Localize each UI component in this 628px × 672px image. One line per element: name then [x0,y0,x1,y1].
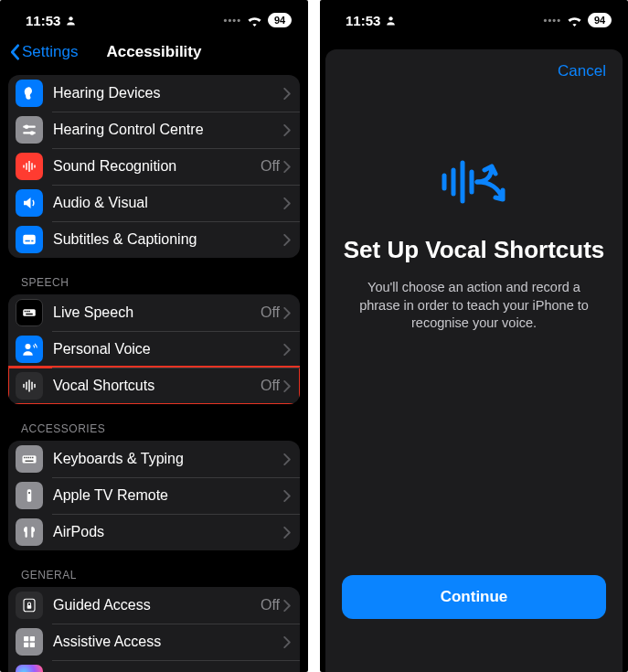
svg-rect-24 [23,455,37,463]
svg-rect-37 [24,643,28,647]
modal-title: Set Up Vocal Shortcuts [344,236,605,264]
row-subtitles[interactable]: Subtitles & Captioning [8,221,300,258]
sound-icon [16,153,43,180]
person-icon [385,15,397,27]
svg-rect-38 [30,643,35,647]
row-personal-voice[interactable]: Personal Voice [8,331,300,368]
row-sound-recognition[interactable]: Sound RecognitionOff [8,148,300,185]
svg-rect-34 [27,605,32,609]
svg-rect-17 [26,314,33,315]
row-value: Off [261,158,280,175]
status-left: 11:53 [26,13,77,28]
svg-rect-9 [34,165,36,168]
chevron-right-icon [283,344,291,356]
row-airpods[interactable]: AirPods [8,514,300,550]
slider-icon [16,116,43,144]
wifi-icon [247,15,262,27]
row-label: Guided Access [53,597,261,613]
row-vocal-shortcuts[interactable]: Vocal ShortcutsOff [8,368,300,404]
svg-rect-26 [26,457,27,459]
person-icon [65,15,77,27]
row-hearing-control[interactable]: Hearing Control Centre [8,112,300,148]
row-label: Live Speech [53,304,261,321]
svg-rect-13 [23,309,36,316]
chevron-right-icon [283,161,291,173]
svg-rect-25 [24,457,26,459]
row-label: Hearing Devices [53,85,283,101]
row-live-speech[interactable]: Live SpeechOff [8,294,300,331]
svg-rect-36 [30,636,35,641]
modal-content: Set Up Vocal Shortcuts You'll choose an … [342,80,606,575]
wifi-icon [567,15,582,27]
svg-point-3 [25,124,29,129]
modal-subtitle: You'll choose an action and record a phr… [351,279,598,333]
svg-rect-28 [30,457,32,459]
battery-indicator: 94 [268,13,292,27]
chevron-right-icon [283,380,291,392]
chevron-right-icon [283,307,291,319]
row-apple-tv[interactable]: Apple TV Remote [8,477,300,514]
status-right: •••• 94 [224,13,292,27]
remote-icon [16,482,43,509]
modal-header: Cancel [342,62,606,80]
phone-left-settings: 11:53 •••• 94 Settings Accessibility Hea… [0,0,308,672]
settings-list[interactable]: Hearing DevicesHearing Control CentreSou… [0,69,308,672]
section-header: ACCESSORIES [8,410,300,441]
svg-rect-30 [26,461,34,463]
cancel-button[interactable]: Cancel [558,62,606,80]
chevron-right-icon [283,527,291,539]
continue-button[interactable]: Continue [342,575,606,619]
row-audio-visual[interactable]: Audio & Visual [8,185,300,221]
svg-rect-5 [23,165,25,168]
svg-rect-31 [27,489,32,502]
status-bar: 11:53 •••• 94 [320,0,628,35]
airpods-icon [16,518,43,546]
keyboard2-icon [16,445,43,473]
chevron-right-icon [283,124,291,136]
row-label: AirPods [53,524,283,540]
svg-rect-7 [28,161,30,172]
row-label: Vocal Shortcuts [53,378,261,394]
cellular-dots-icon: •••• [224,15,241,26]
row-value: Off [261,378,280,394]
svg-point-0 [69,16,73,20]
svg-point-32 [28,492,30,494]
waveform-icon [16,372,43,400]
section-header: SPEECH [8,263,300,294]
nav-title: Accessibility [0,43,308,61]
row-guided-access[interactable]: Guided AccessOff [8,587,300,624]
row-label: Personal Voice [53,341,283,357]
svg-point-40 [389,16,393,20]
chevron-right-icon [283,490,291,502]
row-keyboards[interactable]: Keyboards & Typing [8,441,300,477]
row-value: Off [261,304,280,321]
svg-rect-35 [24,636,28,641]
svg-rect-27 [28,457,30,459]
status-right: •••• 94 [544,13,612,27]
keyboard-icon [16,299,43,326]
captions-icon [16,226,43,253]
siri-icon [16,665,43,672]
row-siri[interactable]: Siri [8,660,300,672]
svg-rect-11 [26,240,30,242]
row-label: Subtitles & Captioning [53,231,283,248]
lock-icon [16,592,43,619]
svg-rect-16 [28,311,30,313]
svg-rect-29 [32,457,34,459]
svg-rect-10 [23,235,36,245]
chevron-right-icon [283,234,291,246]
row-hearing-devices[interactable]: Hearing Devices [8,75,300,112]
chevron-right-icon [283,453,291,465]
svg-rect-8 [31,163,33,170]
svg-point-4 [30,131,35,135]
row-assistive-access[interactable]: Assistive Access [8,624,300,660]
phone-right-modal: 11:53 •••• 94 Cancel [320,0,628,672]
svg-rect-12 [31,240,33,242]
nav-bar: Settings Accessibility [0,35,308,69]
chevron-right-icon [283,636,291,648]
status-time: 11:53 [26,13,60,28]
row-label: Hearing Control Centre [53,122,283,138]
svg-rect-6 [26,163,27,170]
ear-icon [16,80,43,107]
row-label: Assistive Access [53,634,283,650]
